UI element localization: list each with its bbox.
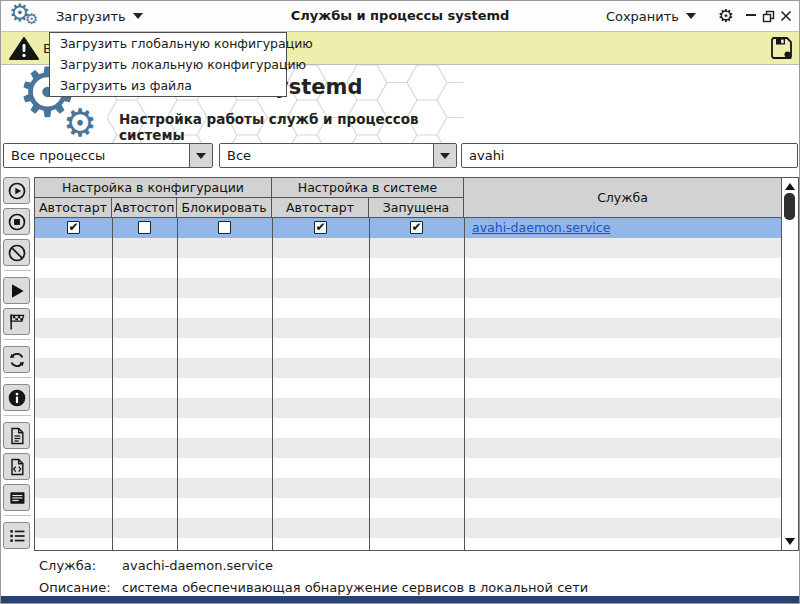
minimize-button[interactable] — [745, 8, 759, 24]
col-header-system-autostart[interactable]: Автостарт — [272, 198, 369, 218]
info-button[interactable] — [3, 384, 30, 411]
dropdown-arrow-button[interactable] — [189, 144, 212, 167]
toolbar-separator — [4, 415, 31, 416]
vertical-scrollbar[interactable] — [781, 177, 799, 551]
block-service-button[interactable] — [3, 239, 30, 266]
log-file-button[interactable] — [3, 422, 30, 449]
service-link[interactable]: avahi-daemon.service — [472, 220, 610, 235]
table-body: ✔ ✔ ✔ avahi-daemon.service — [35, 218, 781, 550]
description-value: система обеспечивающая обнаружение серви… — [122, 580, 588, 595]
minimize-icon — [745, 10, 757, 22]
checkbox-config-block[interactable] — [218, 221, 231, 234]
console-output-button[interactable] — [3, 484, 30, 511]
search-input[interactable] — [461, 143, 798, 168]
stop-circle-icon — [7, 212, 27, 232]
process-filter-value: Все процессы — [11, 148, 105, 163]
checkbox-config-autostart[interactable]: ✔ — [67, 221, 80, 234]
start-service-button[interactable] — [3, 177, 30, 204]
info-icon — [7, 388, 27, 408]
category-filter-select[interactable]: Все — [219, 143, 457, 168]
console-icon — [7, 488, 27, 508]
group-header-config[interactable]: Настройка в конфигурации — [35, 178, 272, 198]
table-empty-rows — [35, 238, 781, 550]
titlebar: ⚙⚙ Загрузить Службы и процессы systemd С… — [1, 1, 799, 32]
group-header-system[interactable]: Настройка в системе — [272, 178, 464, 198]
maximize-icon — [762, 10, 775, 23]
close-button[interactable] — [780, 8, 794, 24]
menu-item-load-local[interactable]: Загрузить локальную конфигурацию — [50, 54, 286, 75]
list-icon — [7, 526, 27, 546]
service-value: avachi-daemon.service — [122, 558, 273, 573]
save-menu-label: Сохранить — [606, 9, 679, 24]
process-filter-select[interactable]: Все процессы — [3, 143, 213, 168]
scroll-down-arrow-icon[interactable] — [785, 538, 795, 545]
col-header-config-block[interactable]: Блокировать — [177, 198, 272, 218]
settings-gear-icon[interactable]: ⚙ — [718, 5, 734, 27]
checkbox-system-autostart[interactable]: ✔ — [314, 221, 327, 234]
bottom-accent-bar — [1, 596, 799, 603]
category-filter-value: Все — [227, 148, 251, 163]
warning-triangle-icon — [9, 37, 39, 61]
col-header-config-autostart[interactable]: Автостарт — [35, 198, 112, 218]
app-window: ⚙⚙ Загрузить Службы и процессы systemd С… — [0, 0, 800, 604]
dropdown-arrow-button[interactable] — [433, 144, 456, 167]
checkbox-system-running[interactable]: ✔ — [410, 221, 423, 234]
refresh-icon — [7, 350, 27, 370]
scrollbar-thumb[interactable] — [784, 193, 795, 220]
chevron-down-icon — [440, 153, 450, 159]
details-pane: Служба: avachi-daemon.service Описание: … — [1, 553, 799, 598]
menu-item-load-file[interactable]: Загрузить из файла — [50, 75, 286, 96]
load-menu-label: Загрузить — [56, 9, 126, 24]
code-document-icon — [7, 457, 27, 477]
load-menu-button[interactable]: Загрузить — [56, 1, 143, 31]
chevron-down-icon — [133, 13, 143, 19]
chevron-down-icon — [686, 13, 696, 19]
play-icon — [7, 281, 27, 301]
selected-service-row[interactable]: ✔ ✔ ✔ avahi-daemon.service — [35, 218, 781, 238]
group-header-service[interactable]: Служба — [464, 178, 781, 218]
services-table: Настройка в конфигурации Настройка в сис… — [34, 177, 782, 551]
menu-item-load-global[interactable]: Загрузить глобальную конфигурацию — [50, 33, 286, 54]
left-toolbar — [3, 177, 32, 553]
finish-flag-icon — [7, 312, 27, 332]
filter-bar: Все процессы Все — [1, 143, 799, 170]
checkbox-config-autostop[interactable] — [138, 221, 151, 234]
scroll-up-arrow-icon[interactable] — [785, 183, 795, 190]
toolbar-separator — [4, 270, 31, 271]
toolbar-separator — [4, 339, 31, 340]
finish-button[interactable] — [3, 308, 30, 335]
chevron-down-icon — [196, 153, 206, 159]
column-divider — [369, 218, 370, 550]
description-label: Описание: — [39, 580, 111, 595]
banner-subtitle: Настройка работы служб и процессов систе… — [119, 111, 463, 143]
column-divider — [177, 218, 178, 550]
app-gears-icon: ⚙⚙ — [9, 2, 45, 32]
config-file-button[interactable] — [3, 453, 30, 480]
save-menu-button[interactable]: Сохранить — [606, 1, 696, 31]
start-circle-icon — [7, 181, 27, 201]
refresh-button[interactable] — [3, 346, 30, 373]
toolbar-separator — [4, 377, 31, 378]
load-menu-popup: Загрузить глобальную конфигурацию Загруз… — [49, 32, 287, 97]
col-header-config-autostop[interactable]: Автостоп — [112, 198, 177, 218]
column-divider — [112, 218, 113, 550]
unit-list-button[interactable] — [3, 522, 30, 549]
save-user-config-icon[interactable] — [769, 36, 794, 61]
run-button[interactable] — [3, 277, 30, 304]
maximize-button[interactable] — [762, 8, 776, 24]
close-icon — [780, 10, 792, 22]
column-divider — [272, 218, 273, 550]
service-label: Служба: — [39, 558, 96, 573]
toolbar-separator — [4, 515, 31, 516]
ban-icon — [7, 243, 27, 263]
column-divider — [464, 218, 465, 550]
document-icon — [7, 426, 27, 446]
stop-service-button[interactable] — [3, 208, 30, 235]
col-header-system-running[interactable]: Запущена — [369, 198, 464, 218]
